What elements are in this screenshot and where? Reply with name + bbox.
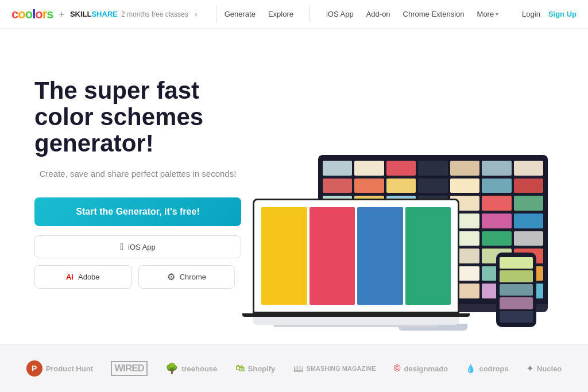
laptop-base (253, 317, 459, 325)
smashing-icon: 📖 (293, 364, 303, 373)
plus-separator: + (59, 9, 64, 20)
adobe-button[interactable]: Ai Adobe (34, 265, 131, 289)
shopify-icon: 🛍 (235, 363, 245, 374)
adobe-icon: Ai (66, 273, 74, 281)
devices-illustration (241, 29, 554, 344)
logo-codrops: 💧 codrops (466, 364, 508, 373)
laptop-screen (253, 199, 459, 313)
chevron-down-icon: ▾ (496, 11, 498, 17)
cta-button[interactable]: Start the Generator, it's free! (34, 197, 241, 226)
addon-buttons: Ai Adobe ⚙ Chrome (34, 265, 241, 289)
nav-more-dropdown[interactable]: More ▾ (477, 10, 499, 18)
codrops-icon: 💧 (466, 364, 475, 373)
logo-smashing: 📖 SMASHING MAGAZINE (293, 364, 376, 373)
hero-title: The super fast color schemes generator! (34, 77, 241, 157)
codrops-label: codrops (479, 364, 508, 373)
nav-generate[interactable]: Generate (225, 10, 256, 18)
apple-icon:  (120, 242, 123, 252)
nucleo-label: Nucleo (537, 364, 562, 373)
hero-subtitle: Create, save and share perfect palettes … (34, 168, 241, 181)
ios-app-button[interactable]:  iOS App (34, 235, 241, 258)
nav-divider-2 (310, 6, 310, 22)
auth-area: Login Sign Up (522, 10, 577, 18)
logo-wired: WIRED (111, 361, 148, 376)
nav-divider (216, 6, 216, 22)
promo-arrow: › (195, 10, 198, 18)
nav-ios-app[interactable]: iOS App (326, 10, 354, 18)
header: coolors + SKILLSHARE 2 months free class… (0, 0, 588, 29)
promo-text: 2 months free classes (121, 10, 188, 18)
logo-nucleo: ✦ Nucleo (527, 364, 562, 373)
skillshare-logo[interactable]: SKILLSHARE (70, 10, 118, 18)
phone-device (496, 253, 536, 327)
treehouse-label: treehouse (181, 364, 217, 373)
hero-text: The super fast color schemes generator! … (34, 77, 241, 296)
logo-shopify: 🛍 Shopify (235, 363, 276, 374)
adobe-label: Adobe (78, 273, 100, 281)
logo-product-hunt: P Product Hunt (26, 360, 93, 377)
coolors-logo[interactable]: coolors (11, 7, 53, 22)
logo-area: coolors + SKILLSHARE 2 months free class… (11, 7, 198, 22)
designmado-icon: © (394, 363, 401, 374)
laptop-device (253, 199, 459, 327)
app-buttons:  iOS App (34, 235, 241, 258)
phone-body (496, 253, 536, 327)
nav-more-label: More (477, 10, 494, 18)
chrome-button[interactable]: ⚙ Chrome (138, 265, 235, 289)
treehouse-icon: 🌳 (165, 362, 178, 375)
laptop-bottom-bar (273, 325, 439, 327)
product-hunt-label: Product Hunt (46, 364, 93, 373)
logos-bar: P Product Hunt WIRED 🌳 treehouse 🛍 Shopi… (0, 344, 588, 392)
nav-addon[interactable]: Add-on (366, 10, 390, 18)
nucleo-icon: ✦ (527, 364, 533, 373)
signup-button[interactable]: Sign Up (548, 10, 577, 18)
nav-chrome-extension[interactable]: Chrome Extension (403, 10, 465, 18)
smashing-label: SMASHING MAGAZINE (307, 365, 376, 372)
product-hunt-icon: P (26, 360, 42, 377)
shopify-label: Shopify (248, 364, 276, 373)
ios-label: iOS App (128, 243, 156, 251)
logo-treehouse: 🌳 treehouse (165, 362, 217, 375)
chrome-icon: ⚙ (167, 271, 175, 282)
hero-section: The super fast color schemes generator! … (0, 29, 588, 344)
login-button[interactable]: Login (522, 10, 540, 18)
nav-explore[interactable]: Explore (268, 10, 293, 18)
main-nav: Generate Explore iOS App Add-on Chrome E… (225, 6, 522, 22)
logo-designmado: © designmado (394, 363, 448, 374)
designmado-label: designmado (404, 364, 448, 373)
chrome-label: Chrome (180, 273, 206, 281)
